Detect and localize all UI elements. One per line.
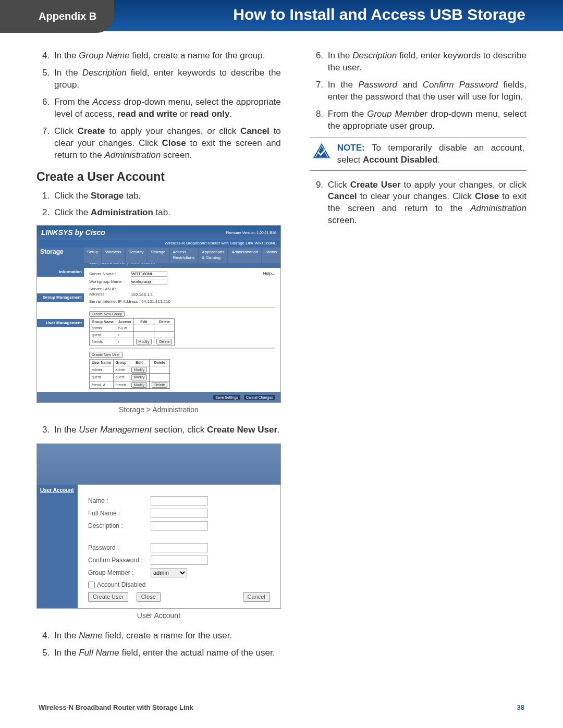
desc-input[interactable] [151,521,208,530]
wan-line: Server Internet IP Address : 64.101.111.… [89,299,170,304]
tab-apps[interactable]: Applications & Gaming [199,248,227,263]
firmware-label: Firmware Version: 1.00.01 B16 [226,230,276,235]
step-4: In the Group Name field, create a name f… [52,50,281,62]
note-box: NOTE: To temporarily disable an account,… [310,138,527,171]
cpwd-input[interactable] [151,556,208,565]
fig-footer: ılıılıcisco Save Settings Cancel Changes [37,392,280,402]
tab-access[interactable]: Access Restrictions [170,248,198,263]
fig-main: Help... Server Name : Workgroup Name : S… [84,268,280,392]
u-step-2: Click the Administration tab. [52,207,281,219]
create-user-button[interactable]: Create New User [89,352,123,357]
modify-button[interactable]: Modify [136,339,152,344]
create-group-button[interactable]: Create New Group [89,311,125,317]
u-step-1: Click the Storage tab. [52,190,281,202]
u-step-5: In the Full Name field, enter the actual… [52,647,281,659]
section-group-mgmt: Group Management [37,293,84,302]
u-step-9: Click Create User to apply your changes,… [326,179,527,227]
figure-user-account: User Account Name : Full Name : Descript… [36,443,281,609]
pwd-input[interactable] [151,543,208,552]
section-user-mgmt: User Management [37,319,84,328]
page-title: How to Install and Access USB Storage [233,4,525,26]
user-table: User NameGroupEditDelete adminadminModif… [89,359,170,389]
storage-tab-label: Storage [40,248,64,256]
group-label: Group Member : [88,569,151,577]
fig-tab-row: Storage Setup Wireless Security Storage … [37,248,280,259]
lan-label: Server LAN IP Address : [89,287,131,298]
linksys-logo: LINKSYS by Cisco [41,228,105,238]
model-line: Wireless-N Broadband Router with Storage… [37,240,280,248]
create-user-btn[interactable]: Create User [88,592,128,602]
cpwd-label: Confirm Password : [88,556,151,564]
caption-2: User Account [36,611,281,621]
u-step-8: From the Group Member drop-down menu, se… [326,108,527,132]
tab-storage[interactable]: Storage [148,248,168,263]
user-account-section: User Account [37,485,78,496]
u-step-6: In the Description field, enter keywords… [326,50,527,74]
section-information: Information [37,268,84,277]
group-select[interactable]: admin [151,568,187,577]
tab-status[interactable]: Status [262,248,280,263]
fullname-label: Full Name : [88,509,151,517]
workgroup-input[interactable] [131,279,167,285]
save-settings-button[interactable]: Save Settings [213,395,240,400]
caption-1: Storage > Administration [36,405,281,415]
user-steps-9: Click Create User to apply your changes,… [310,179,527,227]
tab-security[interactable]: Security [126,248,147,263]
help-link[interactable]: Help... [263,271,275,277]
left-column: In the Group Name field, create a name f… [36,50,281,664]
group-table: Group NameAccessEditDelete adminr & w gu… [89,318,175,346]
user-steps-3: In the User Management section, click Cr… [36,424,281,436]
right-column: In the Description field, enter keywords… [310,50,527,664]
cancel-changes-button[interactable]: Cancel Changes [244,395,275,400]
close-btn[interactable]: Close [137,592,161,602]
fig-sidebar: Information Group Management User Manage… [37,268,84,392]
pwd-label: Password : [88,544,151,552]
desc-label: Description : [88,522,151,530]
name-input[interactable] [151,496,208,505]
u-step-7: In the Password and Confirm Password fie… [326,79,527,103]
server-name-input[interactable] [131,271,167,277]
figure-storage-admin: LINKSYS by Cisco Firmware Version: 1.00.… [36,225,281,403]
u-step-3: In the User Management section, click Cr… [52,424,281,436]
create-user-heading: Create a User Account [36,169,281,185]
checkmark-icon [312,142,331,161]
user-steps-4: In the Name field, create a name for the… [36,630,281,659]
appendix-label: Appendix B [0,0,114,33]
content-area: In the Group Name field, create a name f… [0,31,563,664]
group-steps-cont: In the Group Name field, create a name f… [36,50,281,162]
page-footer: Wireless-N Broadband Router with Storage… [39,703,524,712]
tab-admin[interactable]: Administration [228,248,261,263]
u-step-4: In the Name field, create a name for the… [52,630,281,642]
step-5: In the Description field, enter keywords… [52,67,281,91]
page-header: Appendix B How to Install and Access USB… [0,0,563,31]
page-number: 38 [517,703,524,712]
server-name-label: Server Name : [89,272,131,277]
product-name: Wireless-N Broadband Router with Storage… [39,703,193,712]
delete-button[interactable]: Delete [156,339,172,344]
workgroup-label: Workgroup Name : [89,279,131,285]
cancel-btn[interactable]: Cancel [243,592,270,602]
main-tabs: Setup Wireless Security Storage Access R… [37,248,280,263]
tab-wireless[interactable]: Wireless [102,248,125,263]
note-text: NOTE: To temporarily disable an account,… [337,142,524,166]
step-6: From the Access drop-down menu, select t… [52,96,281,120]
account-disabled-label: Account Disabled [97,581,145,589]
user-steps-6: In the Description field, enter keywords… [310,50,527,132]
user-steps-1: Click the Storage tab. Click the Adminis… [36,190,281,219]
tab-setup[interactable]: Setup [84,248,101,263]
account-disabled-checkbox[interactable] [88,582,95,588]
cisco-logo: ılıılıcisco [265,380,275,393]
fullname-input[interactable] [151,509,208,518]
name-label: Name : [88,497,151,505]
lan-value: 192.168.1.1 [131,292,153,297]
step-7: Click Create to apply your changes, or c… [52,126,281,162]
